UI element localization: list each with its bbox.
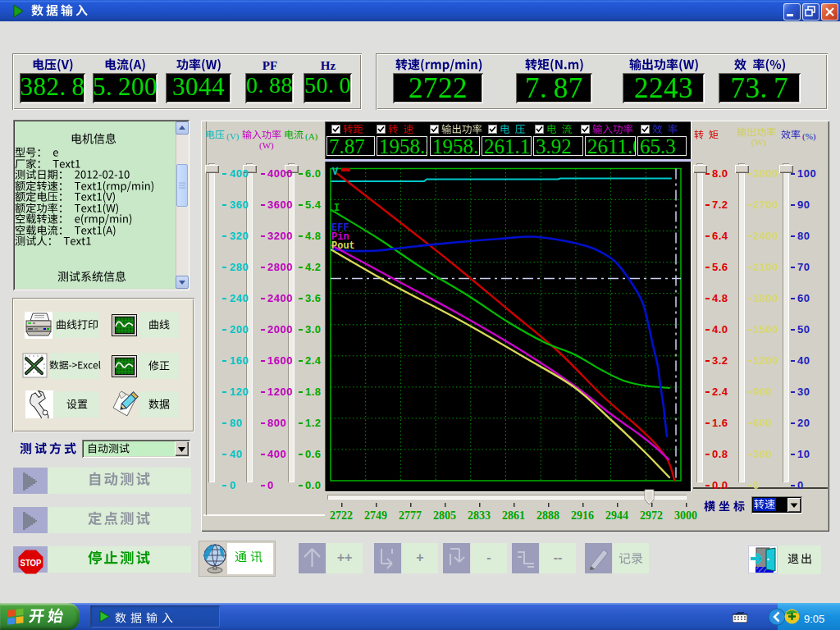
svg-text:V: V: [332, 167, 339, 178]
svg-text:STOP: STOP: [21, 559, 42, 568]
svg-text:Pout: Pout: [331, 240, 355, 252]
svg-text:I: I: [334, 203, 340, 214]
